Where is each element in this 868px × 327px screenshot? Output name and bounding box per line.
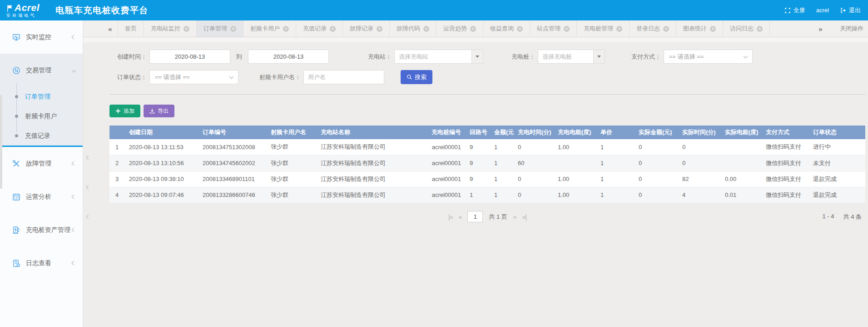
station-input[interactable] xyxy=(394,50,471,64)
search-button[interactable]: 搜索 xyxy=(401,70,432,84)
sidebar-subitem-label: 充值记录 xyxy=(25,132,50,140)
search-label: 搜索 xyxy=(415,73,427,81)
collapse-handle-icon[interactable] xyxy=(86,215,91,219)
tab-station-monitor[interactable]: 充电站监控× xyxy=(144,20,197,37)
table-cell: 2008134751302008 xyxy=(200,139,268,155)
caret-down-icon xyxy=(476,55,479,58)
tab-station-manage[interactable]: 站点管理× xyxy=(530,20,577,37)
tab-login-log[interactable]: 登录日志× xyxy=(630,20,676,37)
sidebar-collapse-gutter[interactable] xyxy=(83,42,93,327)
plus-icon xyxy=(115,108,121,114)
date-from-input[interactable] xyxy=(149,50,230,64)
close-tab-icon[interactable]: × xyxy=(283,26,289,32)
table-cell: 0 xyxy=(516,187,556,203)
tab-fault-code[interactable]: 故障代码× xyxy=(390,20,436,37)
table-cell: 张少群 xyxy=(268,171,318,187)
tabs-scroll-left-icon[interactable]: « xyxy=(101,20,118,37)
table-cell: 2008133286600746 xyxy=(200,187,268,203)
column-header: 回路号 xyxy=(467,126,492,139)
sidebar-item-log-view[interactable]: 日志查看 xyxy=(0,247,83,280)
tools-icon xyxy=(12,160,20,168)
tab-recharge-record[interactable]: 充值记录× xyxy=(296,20,343,37)
table-row[interactable]: 22020-08-13 13:10:562008134745602002张少群江… xyxy=(109,155,865,171)
close-tab-icon[interactable]: × xyxy=(423,26,429,32)
close-tab-icon[interactable]: × xyxy=(616,26,622,32)
station-dropdown-button[interactable] xyxy=(471,50,483,64)
tab-revenue-query[interactable]: 收益查询× xyxy=(483,20,530,37)
date-to-input[interactable] xyxy=(248,50,329,64)
tab-bar: « 首页充电站监控×订单管理×射频卡用户×充值记录×故障记录×故障代码×运营趋势… xyxy=(83,20,868,37)
sidebar-item-trade-manage[interactable]: 交易管理 xyxy=(0,54,83,87)
last-page-button[interactable]: »| xyxy=(522,213,526,221)
collapse-handle-icon[interactable] xyxy=(86,185,91,190)
tab-visit-log[interactable]: 访问日志× xyxy=(723,20,770,37)
sidebar-subitem-rfid-card-user[interactable]: 射频卡用户 xyxy=(0,106,83,126)
close-tab-icon[interactable]: × xyxy=(564,26,570,32)
close-tab-icon[interactable]: × xyxy=(184,26,189,32)
close-tab-icon[interactable]: × xyxy=(757,26,763,32)
table-cell: 江苏安科瑞制造有限公司 xyxy=(318,187,424,203)
first-page-button[interactable]: |« xyxy=(448,213,452,221)
table-cell: 张少群 xyxy=(268,187,318,203)
table-cell: 0 xyxy=(516,171,556,187)
tab-label: 运营趋势 xyxy=(443,25,467,33)
close-tab-icon[interactable]: × xyxy=(470,26,476,32)
sidebar-item-realtime-monitor[interactable]: 实时监控 xyxy=(0,20,83,54)
tab-home[interactable]: 首页 xyxy=(118,20,144,37)
export-button[interactable]: 导出 xyxy=(144,105,174,117)
table-row[interactable]: 42020-08-13 09:07:462008133286600746张少群江… xyxy=(109,187,865,203)
rfid-user-input[interactable] xyxy=(303,70,384,84)
sidebar-subitem-order-manage[interactable]: 订单管理 xyxy=(0,87,83,106)
chevron-left-icon xyxy=(72,161,76,166)
close-tab-icon[interactable]: × xyxy=(330,26,336,32)
close-tab-icon[interactable]: × xyxy=(377,26,382,32)
sidebar-subitem-recharge-record[interactable]: 充值记录 xyxy=(0,126,83,146)
tabbar-content-gap xyxy=(83,37,868,42)
pay-method-select[interactable]: == 请选择 == xyxy=(664,50,753,64)
tab-chart-stats[interactable]: 图表统计× xyxy=(676,20,723,37)
date-to-label: 到 xyxy=(236,53,242,61)
table-toolbar: 添加 导出 xyxy=(109,105,865,117)
column-header: 实际时间(分) xyxy=(680,126,723,139)
logout-icon xyxy=(840,7,846,14)
add-button[interactable]: 添加 xyxy=(109,105,140,117)
logout-button[interactable]: 退出 xyxy=(840,6,861,15)
close-tab-icon[interactable]: × xyxy=(230,26,236,32)
close-tab-icon[interactable]: × xyxy=(663,26,669,32)
table-cell: 0 xyxy=(636,139,680,155)
username[interactable]: acrel xyxy=(816,7,829,14)
close-operations-menu[interactable]: 关闭操作 xyxy=(840,25,868,33)
pile-input[interactable] xyxy=(538,50,593,64)
close-tab-icon[interactable]: × xyxy=(710,26,716,32)
pile-dropdown-button[interactable] xyxy=(593,50,605,64)
sidebar-item-fault-manage[interactable]: 故障管理 xyxy=(0,147,83,180)
tabs-scroll-right-icon[interactable]: » xyxy=(812,25,828,33)
column-header: 实际电能(度) xyxy=(723,126,764,139)
collapse-handle-icon[interactable] xyxy=(86,156,91,160)
tab-order-manage[interactable]: 订单管理× xyxy=(197,20,243,37)
tab-operation-trend[interactable]: 运营趋势× xyxy=(436,20,483,37)
brand-subtext: 安科瑞电气 xyxy=(6,14,55,18)
next-page-button[interactable]: » xyxy=(513,213,516,221)
tab-label: 充值记录 xyxy=(303,25,327,33)
bullet-icon xyxy=(15,134,18,137)
sidebar-item-pile-asset-manage[interactable]: 充电桩资产管理 xyxy=(0,213,83,247)
prev-page-button[interactable]: « xyxy=(458,213,461,221)
close-tab-icon[interactable]: × xyxy=(517,26,523,32)
order-status-select[interactable]: == 请选择 == xyxy=(149,70,238,84)
tab-label: 故障代码 xyxy=(397,25,420,33)
sidebar-scrollbar[interactable] xyxy=(0,95,2,189)
tab-fault-record[interactable]: 故障记录× xyxy=(343,20,390,37)
tab-pile-manage[interactable]: 充电桩管理× xyxy=(577,20,630,37)
tab-label: 充电站监控 xyxy=(151,25,180,33)
fullscreen-button[interactable]: 全屏 xyxy=(784,6,805,15)
tab-rfid-card-user[interactable]: 射频卡用户× xyxy=(243,20,296,37)
sidebar-group-trade-manage: 交易管理订单管理射频卡用户充值记录 xyxy=(0,54,83,147)
table-row[interactable]: 32020-08-13 09:38:102008133468901101张少群江… xyxy=(109,171,865,187)
page-number-input[interactable] xyxy=(467,211,483,222)
sidebar-group-operation-analysis: 运营分析 xyxy=(0,180,83,213)
table-cell: 江苏安科瑞制造有限公司 xyxy=(318,155,424,171)
sidebar-item-operation-analysis[interactable]: 运营分析 xyxy=(0,180,83,213)
table-cell: 3 xyxy=(109,171,127,187)
table-row[interactable]: 12020-08-13 13:11:532008134751302008张少群江… xyxy=(109,139,865,155)
